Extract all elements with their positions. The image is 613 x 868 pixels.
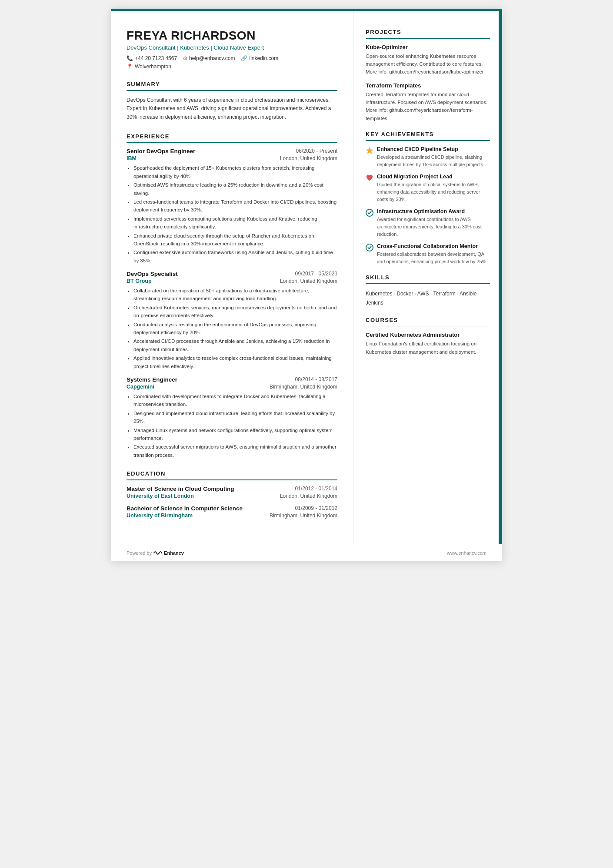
list-item: Executed successful server migrations to… [133,443,337,459]
list-item: Implemented serverless computing solutio… [133,215,337,231]
projects-section-title: PROJECTS [366,29,490,35]
teal-sidebar-bar [499,9,502,561]
achievement-3-content: Infrastructure Optimisation Award Awarde… [377,208,490,238]
linkedin-contact: 🔗 linkedin.com [241,55,278,61]
job-3-header: Systems Engineer 08/2014 - 08/2017 [127,376,337,383]
job-1-title: Senior DevOps Engineer [127,148,195,154]
job-2-company-row: BT Group London, United Kingdom [127,278,337,284]
achievement-3-desc: Awarded for significant contributions to… [377,216,490,238]
degree-2-dates: 01/2009 - 01/2012 [295,505,337,511]
footer-url: www.enhancv.com [447,550,486,556]
education-divider [127,479,337,480]
list-item: Accelerated CI/CD processes through Ansi… [133,337,337,353]
job-1-header: Senior DevOps Engineer 06/2020 - Present [127,148,337,154]
candidate-name: FREYA RICHARDSON [127,29,337,43]
list-item: Managed Linux systems and network config… [133,426,337,442]
powered-by-label: Powered by [127,550,152,556]
job-2-company: BT Group [127,278,152,284]
enhancv-logo: Enhancv [153,550,184,556]
course-1-desc: Linux Foundation's official certificatio… [366,340,490,356]
left-column: FREYA RICHARDSON DevOps Consultant | Kub… [111,9,353,561]
achievements-divider [366,140,490,141]
projects-divider [366,38,490,39]
location-icon: 📍 [127,64,133,70]
degree-2-school-row: University of Birmingham Birmingham, Uni… [127,513,337,519]
right-column: PROJECTS Kube-Optimizer Open-source tool… [353,9,502,561]
achievement-4-content: Cross-Functional Collaboration Mentor Fo… [377,243,490,265]
degree-1-header: Master of Science in Cloud Computing 01/… [127,486,337,492]
achievement-4: Cross-Functional Collaboration Mentor Fo… [366,243,490,265]
job-3-dates: 08/2014 - 08/2017 [295,376,337,382]
job-1-company: IBM [127,155,137,161]
achievement-1-title: Enhanced CI/CD Pipeline Setup [377,146,490,152]
list-item: Designed and implemented cloud infrastru… [133,409,337,426]
achievement-3-title: Infrastructure Optimisation Award [377,208,490,214]
enhancv-wave-icon [153,550,163,556]
summary-text: DevOps Consultant with 6 years of experi… [127,96,337,122]
job-3-title: Systems Engineer [127,376,177,383]
achievement-4-title: Cross-Functional Collaboration Mentor [377,243,490,249]
job-1-dates: 06/2020 - Present [296,148,337,154]
skills-text: Kubernetes · Docker · AWS · Terraform · … [366,289,490,308]
degree-2-block: Bachelor of Science in Computer Science … [127,505,337,519]
achievement-2-content: Cloud Migration Project Lead Guided the … [377,174,490,203]
achievement-4-desc: Fostered collaborations between developm… [377,251,490,265]
phone-number: +44 20 7123 4567 [135,55,177,61]
job-2-bullets: Collaborated on the migration of 50+ app… [127,287,337,370]
list-item: Configured extensive automation framewor… [133,248,337,265]
svg-point-1 [366,209,373,216]
brand-name: Enhancv [164,550,184,556]
list-item: Conducted analysis resulting in the enha… [133,321,337,337]
degree-2-title: Bachelor of Science in Computer Science [127,505,243,512]
experience-divider [127,142,337,143]
phone-contact: 📞 +44 20 7123 4567 [127,55,177,61]
job-3-bullets: Coordinated with development teams to in… [127,392,337,459]
job-2-header: DevOps Specialist 09/2017 - 05/2020 [127,271,337,277]
job-3-location: Birmingham, United Kingdom [270,384,337,390]
achievement-1-content: Enhanced CI/CD Pipeline Setup Developed … [377,146,490,168]
list-item: Spearheaded the deployment of 15+ Kubern… [133,164,337,180]
achievement-2-title: Cloud Migration Project Lead [377,174,490,180]
job-2-location: London, United Kingdom [280,278,337,284]
degree-2-header: Bachelor of Science in Computer Science … [127,505,337,512]
powered-by: Powered by Enhancv [127,550,184,556]
location-contact: 📍 Wolverhampton [127,64,337,70]
courses-section-title: COURSES [366,317,490,323]
list-item: Applied innovative analytics to resolve … [133,354,337,370]
list-item: Orchestrated Kubernetes services, managi… [133,304,337,320]
linkedin-icon: 🔗 [241,55,247,61]
project-1-title: Kube-Optimizer [366,44,490,50]
job-1-location: London, United Kingdom [280,155,337,161]
phone-icon: 📞 [127,55,133,61]
job-3-company: Capgemini [127,384,154,390]
degree-2-location: Birmingham, United Kingdom [270,513,337,519]
email-icon: ⊙ [183,55,187,61]
degree-1-location: London, United Kingdom [280,493,337,499]
achievement-3: Infrastructure Optimisation Award Awarde… [366,208,490,238]
list-item: Led cross-functional teams to integrate … [133,198,337,214]
education-section-title: EDUCATION [127,470,337,477]
achievements-section-title: KEY ACHIEVEMENTS [366,131,490,137]
degree-1-dates: 01/2012 - 01/2014 [295,486,337,492]
svg-marker-0 [366,147,373,154]
degree-1-block: Master of Science in Cloud Computing 01/… [127,486,337,499]
achievement-1: Enhanced CI/CD Pipeline Setup Developed … [366,146,490,168]
project-2-title: Terraform Templates [366,82,490,89]
degree-1-title: Master of Science in Cloud Computing [127,486,234,492]
achievement-2-desc: Guided the migration of critical systems… [377,181,490,203]
courses-divider [366,326,490,327]
skills-divider [366,283,490,284]
project-2-desc: Created Terraform templates for modular … [366,90,490,123]
experience-section-title: EXPERIENCE [127,133,337,140]
location-text: Wolverhampton [135,64,171,70]
list-item: Enhanced private cloud security through … [133,232,337,248]
star-icon [366,147,373,154]
list-item: Collaborated on the migration of 50+ app… [133,287,337,303]
check-circle-icon [366,209,373,217]
candidate-title: DevOps Consultant | Kubernetes | Cloud N… [127,44,337,51]
skills-section-title: SKILLS [366,274,490,281]
email-contact: ⊙ help@enhancv.com [183,55,235,61]
summary-divider [127,90,337,91]
resume-page: FREYA RICHARDSON DevOps Consultant | Kub… [111,9,502,561]
contact-info: 📞 +44 20 7123 4567 ⊙ help@enhancv.com 🔗 … [127,55,337,61]
